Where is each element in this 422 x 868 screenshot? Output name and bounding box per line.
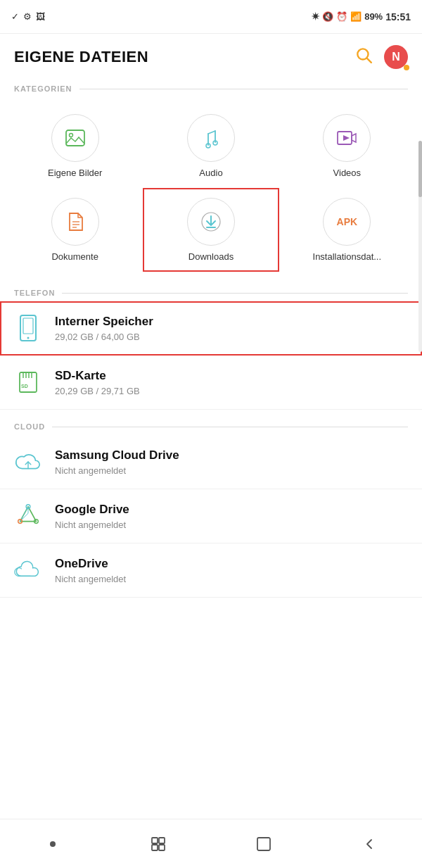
svg-line-1 bbox=[367, 58, 371, 63]
category-item-bilder[interactable]: Eigene Bilder bbox=[7, 104, 143, 188]
image-icon: 🖼 bbox=[36, 11, 45, 22]
downloads-circle bbox=[187, 198, 235, 246]
google-drive-info: Google Drive Nicht angemeldet bbox=[55, 503, 129, 530]
samsung-cloud-item[interactable]: Samsung Cloud Drive Nicht angemeldet bbox=[0, 435, 422, 489]
internal-storage-name: Interner Speicher bbox=[55, 315, 153, 329]
svg-point-3 bbox=[69, 134, 72, 137]
samsung-cloud-icon bbox=[14, 448, 42, 476]
svg-point-17 bbox=[27, 337, 30, 339]
avatar-dot bbox=[404, 65, 409, 70]
onedrive-info: OneDrive Nicht angemeldet bbox=[55, 557, 126, 584]
videos-label: Videos bbox=[333, 168, 362, 178]
bilder-label: Eigene Bilder bbox=[48, 168, 102, 178]
svg-rect-18 bbox=[20, 372, 37, 392]
telefon-storage-list: Interner Speicher 29,02 GB / 64,00 GB SD… bbox=[0, 301, 422, 410]
samsung-cloud-name: Samsung Cloud Drive bbox=[55, 448, 179, 463]
samsung-cloud-info: Samsung Cloud Drive Nicht angemeldet bbox=[55, 448, 179, 476]
svg-rect-33 bbox=[159, 845, 165, 850]
battery-icon: 89% bbox=[364, 11, 383, 22]
sd-card-item[interactable]: SD SD-Karte 20,29 GB / 29,71 GB bbox=[0, 356, 422, 410]
category-item-apk[interactable]: APK Installationsdat... bbox=[279, 188, 415, 272]
onedrive-item[interactable]: OneDrive Nicht angemeldet bbox=[0, 543, 422, 598]
settings-icon: ⚙ bbox=[23, 11, 32, 22]
google-drive-status: Nicht angemeldet bbox=[55, 520, 129, 530]
category-item-downloads[interactable]: Downloads bbox=[143, 188, 279, 272]
category-item-audio[interactable]: Audio bbox=[143, 104, 279, 188]
svg-rect-2 bbox=[66, 130, 84, 146]
dokumente-label: Dokumente bbox=[51, 251, 98, 262]
internal-storage-item[interactable]: Interner Speicher 29,02 GB / 64,00 GB bbox=[0, 301, 422, 356]
user-avatar[interactable]: N bbox=[384, 45, 408, 69]
nav-back-button[interactable] bbox=[352, 827, 386, 861]
google-drive-item[interactable]: Google Drive Nicht angemeldet bbox=[0, 489, 422, 543]
alarm-icon: ⏰ bbox=[336, 11, 347, 22]
bluetooth-icon: ✷ bbox=[312, 11, 319, 22]
sd-card-size: 20,29 GB / 29,71 GB bbox=[55, 386, 140, 396]
wifi-icon: 📶 bbox=[350, 11, 362, 22]
dokumente-circle bbox=[51, 198, 99, 246]
telefon-section-heading: TELEFON bbox=[0, 282, 422, 301]
category-item-videos[interactable]: Videos bbox=[279, 104, 415, 188]
page-title: EIGENE DATEIEN bbox=[14, 48, 148, 66]
check-icon: ✓ bbox=[11, 11, 19, 22]
category-grid: Eigene Bilder Audio Videos bbox=[0, 97, 422, 282]
video-circle bbox=[323, 114, 371, 162]
internal-storage-icon bbox=[14, 314, 42, 342]
svg-rect-31 bbox=[152, 845, 158, 850]
svg-marker-26 bbox=[20, 507, 28, 522]
cloud-storage-list: Samsung Cloud Drive Nicht angemeldet Goo… bbox=[0, 435, 422, 598]
mute-icon: 🔇 bbox=[322, 11, 333, 22]
nav-dot-button[interactable] bbox=[36, 827, 70, 861]
cloud-section-heading: CLOUD bbox=[0, 415, 422, 435]
scrollbar-thumb[interactable] bbox=[418, 141, 422, 197]
status-bar: ✓ ⚙ 🖼 ✷ 🔇 ⏰ 📶 89% 15:51 bbox=[0, 0, 422, 34]
sd-card-info: SD-Karte 20,29 GB / 29,71 GB bbox=[55, 369, 140, 396]
app-header: EIGENE DATEIEN N bbox=[0, 34, 422, 77]
audio-circle bbox=[187, 114, 235, 162]
audio-label: Audio bbox=[199, 168, 222, 178]
internal-storage-info: Interner Speicher 29,02 GB / 64,00 GB bbox=[55, 315, 153, 342]
apk-label: Installationsdat... bbox=[313, 251, 382, 262]
onedrive-name: OneDrive bbox=[55, 557, 126, 571]
sd-card-icon: SD bbox=[14, 368, 42, 396]
google-drive-name: Google Drive bbox=[55, 503, 129, 517]
categories-section-heading: KATEGORIEN bbox=[0, 77, 422, 97]
status-right-icons: ✷ 🔇 ⏰ 📶 89% 15:51 bbox=[312, 11, 411, 23]
nav-recent-button[interactable] bbox=[141, 827, 175, 861]
cloud-section: CLOUD Samsung Cloud Drive Nicht angemeld… bbox=[0, 415, 422, 598]
sd-card-name: SD-Karte bbox=[55, 369, 140, 383]
search-button[interactable] bbox=[354, 46, 373, 68]
svg-rect-34 bbox=[257, 838, 270, 850]
nav-dot-icon bbox=[50, 841, 56, 847]
bilder-circle bbox=[51, 114, 99, 162]
scrollbar-track[interactable] bbox=[418, 141, 422, 352]
google-drive-icon bbox=[14, 502, 42, 530]
downloads-label: Downloads bbox=[188, 251, 234, 262]
svg-rect-32 bbox=[159, 838, 165, 843]
header-icons: N bbox=[354, 45, 408, 69]
onedrive-status: Nicht angemeldet bbox=[55, 574, 126, 584]
svg-marker-8 bbox=[343, 135, 350, 141]
bottom-nav bbox=[0, 819, 422, 868]
status-left-icons: ✓ ⚙ 🖼 bbox=[11, 11, 45, 22]
time-display: 15:51 bbox=[385, 11, 411, 23]
svg-rect-16 bbox=[23, 318, 33, 334]
svg-rect-30 bbox=[152, 838, 158, 843]
category-item-dokumente[interactable]: Dokumente bbox=[7, 188, 143, 272]
svg-text:SD: SD bbox=[21, 384, 28, 389]
onedrive-icon bbox=[14, 556, 42, 584]
internal-storage-size: 29,02 GB / 64,00 GB bbox=[55, 332, 153, 342]
samsung-cloud-status: Nicht angemeldet bbox=[55, 465, 179, 476]
apk-circle: APK bbox=[323, 198, 371, 246]
nav-home-button[interactable] bbox=[247, 827, 281, 861]
